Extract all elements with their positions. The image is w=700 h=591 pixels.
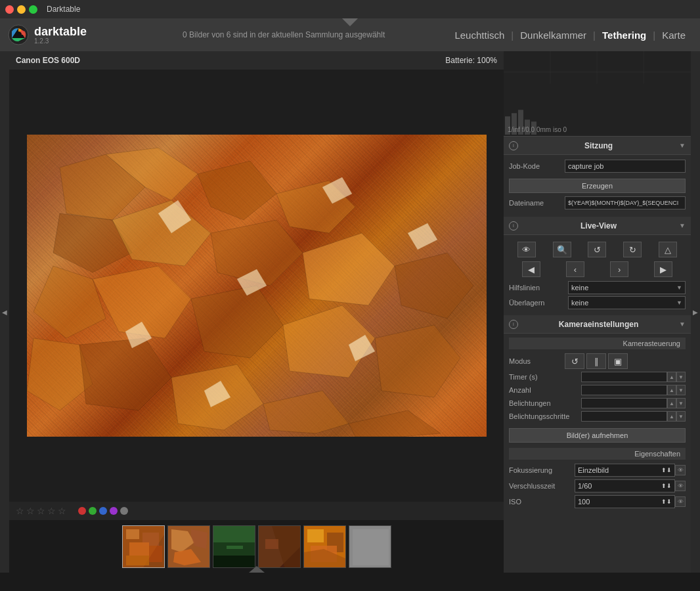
ueberlagern-value: keine <box>571 299 588 307</box>
modus-grid-button[interactable]: ▣ <box>608 353 628 369</box>
logo-text: darktable 1.2.3 <box>34 26 87 45</box>
star-rating[interactable]: ☆ ☆ ☆ ☆ ☆ <box>16 506 66 516</box>
dateiname-label: Dateiname <box>509 199 565 207</box>
lv-prev-button[interactable]: ‹ <box>566 261 584 277</box>
star-5[interactable]: ☆ <box>58 506 66 516</box>
left-panel[interactable]: ◀ <box>0 51 9 573</box>
belichtungen-slider[interactable] <box>581 398 667 408</box>
lv-next-next-button[interactable]: ▶ <box>654 261 672 277</box>
lv-rotate-right-button[interactable]: ↻ <box>623 242 642 257</box>
liveview-content: 👁 🔍 ↺ ↻ △ ◀ ‹ › ▶ Hilfslinien keine ▼ <box>504 235 691 315</box>
filmstrip-bottom-arrow[interactable] <box>249 566 265 573</box>
belichtungsschritte-inc-button[interactable]: ▲ <box>667 411 676 422</box>
lv-zoom-button[interactable]: 🔍 <box>553 242 571 257</box>
kameraeinstellungen-title: Kameraeinstellungen <box>559 320 638 329</box>
kameraeinstellungen-dropdown-icon[interactable]: ▼ <box>679 320 686 328</box>
filmstrip-thumb-5[interactable] <box>303 525 346 568</box>
timer-label: Timer (s) <box>509 373 581 381</box>
fokussierung-eye-icon[interactable]: 👁 <box>675 465 686 475</box>
timer-inc-button[interactable]: ▲ <box>667 372 676 382</box>
belichtungen-inc-button[interactable]: ▲ <box>667 398 676 408</box>
lv-rotate-left-button[interactable]: ↺ <box>588 242 606 257</box>
histogram-area: 1/inf f/0,0 0mm iso 0 <box>504 51 691 137</box>
color-red[interactable] <box>78 507 86 515</box>
anzahl-inc-button[interactable]: ▲ <box>667 385 676 395</box>
filmstrip <box>9 520 504 573</box>
fokussierung-select[interactable]: Einzelbild ⬆⬇ <box>575 464 675 477</box>
svg-marker-15 <box>191 286 283 358</box>
modus-rotate-button[interactable]: ↺ <box>565 353 584 369</box>
lv-focus-button[interactable]: △ <box>659 242 677 257</box>
svg-marker-13 <box>33 266 106 338</box>
fokussierung-label: Fokussierung <box>509 466 575 474</box>
modus-label: Modus <box>509 357 565 365</box>
belichtungsschritte-slider[interactable] <box>581 411 667 422</box>
window-controls[interactable] <box>5 5 37 14</box>
star-1[interactable]: ☆ <box>16 506 24 516</box>
iso-value: 100 <box>578 498 590 506</box>
left-collapse-icon[interactable]: ◀ <box>2 309 7 316</box>
star-3[interactable]: ☆ <box>37 506 45 516</box>
close-button[interactable] <box>5 5 14 14</box>
svg-rect-49 <box>265 539 278 549</box>
timer-dec-button[interactable]: ▼ <box>676 372 686 382</box>
nav-dunkelkammer[interactable]: Dunkelkammer <box>514 30 593 41</box>
maximize-button[interactable] <box>29 5 37 14</box>
minimize-button[interactable] <box>17 5 26 14</box>
verschlusszeit-eye-icon[interactable]: 👁 <box>675 481 686 491</box>
filmstrip-thumb-2[interactable] <box>167 525 210 568</box>
color-green[interactable] <box>89 507 97 515</box>
star-2[interactable]: ☆ <box>26 506 35 516</box>
filmstrip-thumb-6[interactable] <box>349 525 391 568</box>
liveview-section-header[interactable]: i Live-View ▼ <box>504 217 691 235</box>
iso-eye-icon[interactable]: 👁 <box>675 496 686 507</box>
verschlusszeit-select[interactable]: 1/60 ⬆⬇ <box>575 479 675 492</box>
sitzung-dropdown-icon[interactable]: ▼ <box>679 142 686 149</box>
kameraeinstellungen-content: Kamerasteuerung Modus ↺ ∥ ▣ Timer (s) ▲ … <box>504 334 691 515</box>
job-kode-input[interactable] <box>565 160 686 173</box>
lv-prev-prev-button[interactable]: ◀ <box>522 261 540 277</box>
filmstrip-thumb-3[interactable] <box>213 525 255 568</box>
camera-name: Canon EOS 600D <box>16 56 80 65</box>
timer-slider[interactable] <box>581 372 667 382</box>
belichtungsschritte-dec-button[interactable]: ▼ <box>676 411 686 422</box>
filmstrip-thumb-1[interactable] <box>122 525 165 568</box>
right-panel-arrow[interactable]: ▶ <box>691 51 700 573</box>
hilfslinien-select[interactable]: keine ▼ <box>568 281 686 294</box>
logo-area: darktable 1.2.3 <box>8 24 120 45</box>
erzeugen-button[interactable]: Erzeugen <box>509 179 686 193</box>
color-grey[interactable] <box>120 507 128 515</box>
lv-eye-button[interactable]: 👁 <box>517 242 536 257</box>
star-4[interactable]: ☆ <box>47 506 56 516</box>
filmstrip-thumb-4[interactable] <box>258 525 301 568</box>
iso-select[interactable]: 100 ⬆⬇ <box>575 495 675 508</box>
color-purple[interactable] <box>110 507 118 515</box>
belichtungen-dec-button[interactable]: ▼ <box>676 398 686 408</box>
color-blue[interactable] <box>99 507 107 515</box>
lv-next-button[interactable]: › <box>610 261 628 277</box>
anzahl-slider[interactable] <box>581 385 667 395</box>
anzahl-dec-button[interactable]: ▼ <box>676 385 686 395</box>
nav-leuchttisch[interactable]: Leuchttisch <box>448 30 511 41</box>
nav-tethering[interactable]: Tethering <box>596 30 653 41</box>
svg-marker-19 <box>79 338 171 410</box>
sitzung-section-header[interactable]: i Sitzung ▼ <box>504 137 691 155</box>
dateiname-input[interactable] <box>565 196 686 209</box>
bild-aufnehmen-button[interactable]: Bild(er) aufnehmen <box>509 428 686 443</box>
svg-marker-9 <box>112 200 211 266</box>
nav-karte[interactable]: Karte <box>655 30 692 41</box>
liveview-icon: i <box>509 221 518 230</box>
nav-status: 0 Bilder von 6 sind in der aktuellen Sam… <box>120 30 448 39</box>
svg-rect-56 <box>353 529 389 565</box>
kameraeinstellungen-section-header[interactable]: i Kameraeinstellungen ▼ <box>504 315 691 334</box>
ueberlagern-select[interactable]: keine ▼ <box>568 296 686 309</box>
svg-marker-17 <box>375 325 460 397</box>
color-labels[interactable] <box>78 507 128 515</box>
verschlusszeit-value: 1/60 <box>578 482 592 490</box>
main-area: ◀ Canon EOS 600D Batterie: 100% <box>0 51 700 573</box>
job-kode-row: Job-Kode <box>509 159 686 173</box>
right-collapse-icon[interactable]: ▶ <box>693 309 698 316</box>
liveview-dropdown-icon[interactable]: ▼ <box>679 222 686 229</box>
modus-pause-button[interactable]: ∥ <box>586 353 606 369</box>
svg-marker-21 <box>263 391 349 433</box>
